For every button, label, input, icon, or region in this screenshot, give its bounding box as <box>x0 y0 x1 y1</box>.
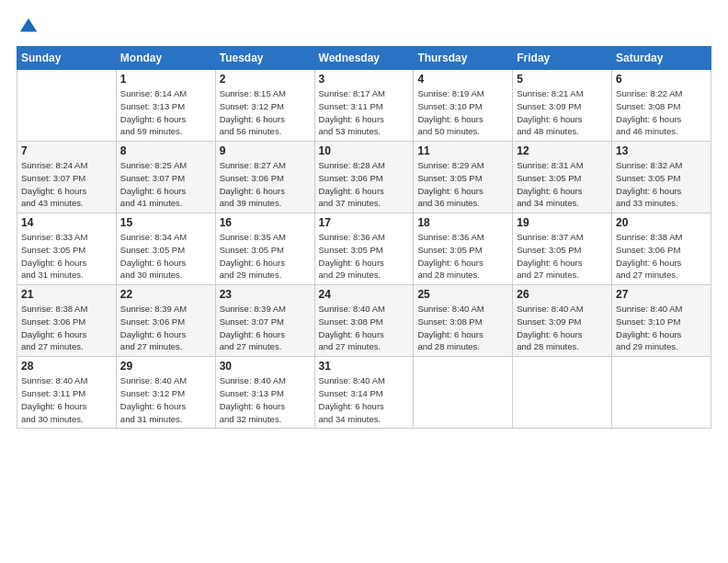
header-saturday: Saturday <box>612 47 711 70</box>
table-row: 15Sunrise: 8:34 AMSunset: 3:05 PMDayligh… <box>116 213 215 285</box>
table-row: 2Sunrise: 8:15 AMSunset: 3:12 PMDaylight… <box>215 70 314 142</box>
table-row: 18Sunrise: 8:36 AMSunset: 3:05 PMDayligh… <box>414 213 513 285</box>
calendar-table: Sunday Monday Tuesday Wednesday Thursday… <box>17 46 711 429</box>
calendar-header-row: Sunday Monday Tuesday Wednesday Thursday… <box>17 47 711 70</box>
table-row: 26Sunrise: 8:40 AMSunset: 3:09 PMDayligh… <box>513 285 612 357</box>
table-row: 17Sunrise: 8:36 AMSunset: 3:05 PMDayligh… <box>314 213 414 285</box>
day-info: Sunrise: 8:38 AMSunset: 3:06 PMDaylight:… <box>616 231 707 282</box>
day-info: Sunrise: 8:39 AMSunset: 3:07 PMDaylight:… <box>220 303 311 353</box>
day-info: Sunrise: 8:19 AMSunset: 3:10 PMDaylight:… <box>417 87 508 138</box>
table-row: 9Sunrise: 8:27 AMSunset: 3:06 PMDaylight… <box>215 142 314 213</box>
day-info: Sunrise: 8:29 AMSunset: 3:05 PMDaylight:… <box>417 159 508 210</box>
day-info: Sunrise: 8:36 AMSunset: 3:05 PMDaylight:… <box>319 231 410 282</box>
table-row: 8Sunrise: 8:25 AMSunset: 3:07 PMDaylight… <box>116 142 215 213</box>
day-info: Sunrise: 8:34 AMSunset: 3:05 PMDaylight:… <box>120 231 211 282</box>
logo-icon <box>18 17 39 37</box>
table-row: 29Sunrise: 8:40 AMSunset: 3:12 PMDayligh… <box>116 357 215 429</box>
day-number: 18 <box>417 216 508 229</box>
day-number: 17 <box>319 216 410 229</box>
table-row: 12Sunrise: 8:31 AMSunset: 3:05 PMDayligh… <box>513 142 612 213</box>
calendar-week-row: 14Sunrise: 8:33 AMSunset: 3:05 PMDayligh… <box>17 213 711 285</box>
page: Sunday Monday Tuesday Wednesday Thursday… <box>0 0 728 563</box>
day-info: Sunrise: 8:37 AMSunset: 3:05 PMDaylight:… <box>517 231 608 282</box>
day-number: 27 <box>616 288 707 301</box>
table-row: 10Sunrise: 8:28 AMSunset: 3:06 PMDayligh… <box>314 142 414 213</box>
table-row: 7Sunrise: 8:24 AMSunset: 3:07 PMDaylight… <box>17 142 117 213</box>
calendar-week-row: 21Sunrise: 8:38 AMSunset: 3:06 PMDayligh… <box>17 285 711 357</box>
day-info: Sunrise: 8:35 AMSunset: 3:05 PMDaylight:… <box>220 231 311 282</box>
table-row: 25Sunrise: 8:40 AMSunset: 3:08 PMDayligh… <box>414 285 513 357</box>
table-row: 31Sunrise: 8:40 AMSunset: 3:14 PMDayligh… <box>314 357 414 429</box>
table-row: 6Sunrise: 8:22 AMSunset: 3:08 PMDaylight… <box>612 70 711 142</box>
day-info: Sunrise: 8:17 AMSunset: 3:11 PMDaylight:… <box>319 87 410 138</box>
day-info: Sunrise: 8:40 AMSunset: 3:10 PMDaylight:… <box>616 303 707 353</box>
header-tuesday: Tuesday <box>215 47 314 70</box>
table-row: 22Sunrise: 8:39 AMSunset: 3:06 PMDayligh… <box>116 285 215 357</box>
table-row: 30Sunrise: 8:40 AMSunset: 3:13 PMDayligh… <box>215 357 314 429</box>
day-number: 15 <box>120 216 211 229</box>
table-row: 4Sunrise: 8:19 AMSunset: 3:10 PMDaylight… <box>414 70 513 142</box>
day-info: Sunrise: 8:40 AMSunset: 3:12 PMDaylight:… <box>120 374 211 425</box>
day-number: 9 <box>220 144 311 157</box>
header <box>17 17 711 37</box>
header-thursday: Thursday <box>414 47 513 70</box>
day-info: Sunrise: 8:40 AMSunset: 3:11 PMDaylight:… <box>21 374 112 425</box>
day-info: Sunrise: 8:15 AMSunset: 3:12 PMDaylight:… <box>220 87 311 138</box>
day-number: 20 <box>616 216 707 229</box>
day-info: Sunrise: 8:40 AMSunset: 3:09 PMDaylight:… <box>517 303 608 353</box>
day-info: Sunrise: 8:27 AMSunset: 3:06 PMDaylight:… <box>220 159 311 210</box>
day-number: 21 <box>21 288 112 301</box>
svg-marker-0 <box>20 18 37 32</box>
day-info: Sunrise: 8:22 AMSunset: 3:08 PMDaylight:… <box>616 87 707 138</box>
day-number: 3 <box>319 73 410 86</box>
day-number: 6 <box>616 73 707 86</box>
table-row: 16Sunrise: 8:35 AMSunset: 3:05 PMDayligh… <box>215 213 314 285</box>
table-row <box>513 357 612 429</box>
day-number: 25 <box>417 288 508 301</box>
day-number: 29 <box>120 360 211 373</box>
calendar-week-row: 28Sunrise: 8:40 AMSunset: 3:11 PMDayligh… <box>17 357 711 429</box>
day-info: Sunrise: 8:31 AMSunset: 3:05 PMDaylight:… <box>517 159 608 210</box>
table-row <box>612 357 711 429</box>
day-info: Sunrise: 8:40 AMSunset: 3:13 PMDaylight:… <box>220 374 311 425</box>
day-info: Sunrise: 8:40 AMSunset: 3:14 PMDaylight:… <box>319 374 410 425</box>
day-number: 28 <box>21 360 112 373</box>
day-number: 7 <box>21 144 112 157</box>
header-sunday: Sunday <box>17 47 117 70</box>
day-info: Sunrise: 8:32 AMSunset: 3:05 PMDaylight:… <box>616 159 707 210</box>
day-info: Sunrise: 8:39 AMSunset: 3:06 PMDaylight:… <box>120 303 211 353</box>
day-info: Sunrise: 8:40 AMSunset: 3:08 PMDaylight:… <box>417 303 508 353</box>
table-row <box>414 357 513 429</box>
day-number: 22 <box>120 288 211 301</box>
table-row: 13Sunrise: 8:32 AMSunset: 3:05 PMDayligh… <box>612 142 711 213</box>
day-number: 24 <box>319 288 410 301</box>
day-number: 2 <box>220 73 311 86</box>
day-number: 12 <box>517 144 608 157</box>
table-row: 27Sunrise: 8:40 AMSunset: 3:10 PMDayligh… <box>612 285 711 357</box>
day-number: 8 <box>120 144 211 157</box>
table-row: 3Sunrise: 8:17 AMSunset: 3:11 PMDaylight… <box>314 70 414 142</box>
day-number: 19 <box>517 216 608 229</box>
day-number: 13 <box>616 144 707 157</box>
day-number: 30 <box>220 360 311 373</box>
table-row: 14Sunrise: 8:33 AMSunset: 3:05 PMDayligh… <box>17 213 117 285</box>
table-row: 5Sunrise: 8:21 AMSunset: 3:09 PMDaylight… <box>513 70 612 142</box>
day-number: 5 <box>517 73 608 86</box>
day-info: Sunrise: 8:14 AMSunset: 3:13 PMDaylight:… <box>120 87 211 138</box>
calendar-week-row: 1Sunrise: 8:14 AMSunset: 3:13 PMDaylight… <box>17 70 711 142</box>
calendar-week-row: 7Sunrise: 8:24 AMSunset: 3:07 PMDaylight… <box>17 142 711 213</box>
day-number: 31 <box>319 360 410 373</box>
day-number: 14 <box>21 216 112 229</box>
day-number: 10 <box>319 144 410 157</box>
day-number: 1 <box>120 73 211 86</box>
table-row <box>17 70 117 142</box>
day-info: Sunrise: 8:40 AMSunset: 3:08 PMDaylight:… <box>319 303 410 353</box>
day-info: Sunrise: 8:21 AMSunset: 3:09 PMDaylight:… <box>517 87 608 138</box>
day-number: 16 <box>220 216 311 229</box>
table-row: 28Sunrise: 8:40 AMSunset: 3:11 PMDayligh… <box>17 357 117 429</box>
day-info: Sunrise: 8:25 AMSunset: 3:07 PMDaylight:… <box>120 159 211 210</box>
table-row: 11Sunrise: 8:29 AMSunset: 3:05 PMDayligh… <box>414 142 513 213</box>
day-info: Sunrise: 8:36 AMSunset: 3:05 PMDaylight:… <box>417 231 508 282</box>
header-wednesday: Wednesday <box>314 47 414 70</box>
day-info: Sunrise: 8:33 AMSunset: 3:05 PMDaylight:… <box>21 231 112 282</box>
